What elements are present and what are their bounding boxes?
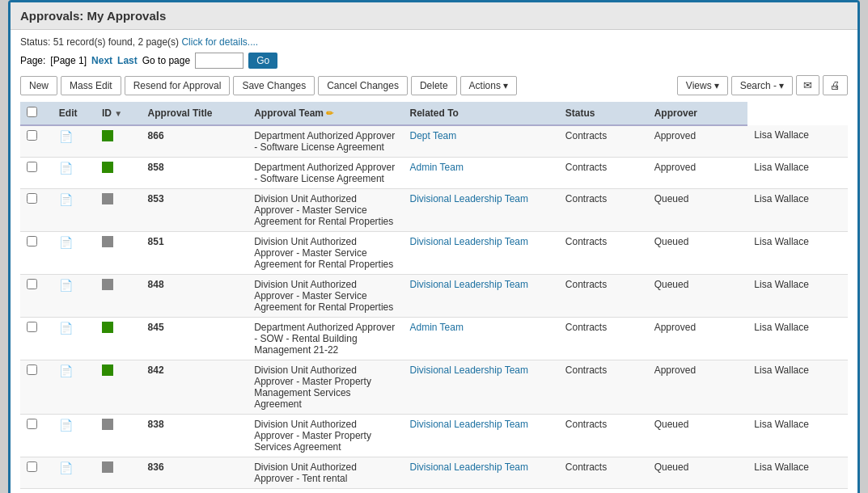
edit-icon[interactable]: 📄 (59, 322, 73, 335)
row-approver: Lisa Wallace (747, 275, 848, 318)
row-id: 845 (142, 318, 248, 360)
edit-icon[interactable]: 📄 (59, 461, 73, 474)
row-team: Admin Team (403, 158, 558, 189)
team-link[interactable]: Dept Team (409, 130, 456, 141)
click-for-details-link[interactable]: Click for details.... (181, 36, 258, 48)
row-checkbox[interactable] (27, 130, 37, 141)
row-title: Department Authorized Approver - Tent re… (248, 489, 403, 494)
row-related: Contracts (559, 189, 648, 232)
search-label: Search - (740, 80, 777, 91)
header-edit: Edit (53, 102, 95, 125)
print-icon-button[interactable]: 🖨 (823, 75, 848, 95)
last-page-link[interactable]: Last (117, 55, 138, 66)
row-checkbox[interactable] (27, 461, 37, 472)
row-checkbox[interactable] (27, 162, 37, 172)
title-bar: Approvals: My Approvals (11, 2, 857, 30)
header-related-to: Related To (403, 102, 558, 125)
approvals-table: Edit ID ▼ Approval Title Approval Team ✏… (20, 102, 848, 493)
current-page: [Page 1] (50, 55, 87, 66)
search-chevron-icon: ▾ (779, 80, 784, 91)
resend-button[interactable]: Resend for Approval (125, 76, 231, 95)
row-team: Dept Team (403, 125, 558, 158)
delete-button[interactable]: Delete (411, 76, 457, 95)
row-approver: Lisa Wallace (747, 415, 848, 457)
row-id: 851 (142, 232, 248, 275)
toolbar: New Mass Edit Resend for Approval Save C… (20, 75, 848, 95)
row-checkbox[interactable] (27, 279, 37, 289)
row-title: Division Unit Authorized Approver - Mast… (248, 415, 403, 457)
team-link[interactable]: Divisional Leadership Team (409, 193, 528, 204)
row-id: 866 (142, 125, 248, 158)
row-status: Approved (648, 489, 748, 494)
team-link[interactable]: Divisional Leadership Team (409, 236, 528, 247)
table-row: 📄842Division Unit Authorized Approver - … (20, 360, 848, 415)
row-checkbox[interactable] (27, 193, 37, 204)
team-link[interactable]: Divisional Leadership Team (409, 461, 528, 473)
search-dropdown[interactable]: Search - ▾ (731, 76, 793, 95)
window-title: Approvals: My Approvals (20, 9, 166, 23)
edit-icon[interactable]: 📄 (59, 279, 73, 292)
team-link[interactable]: Admin Team (409, 322, 463, 333)
row-related: Contracts (559, 125, 648, 158)
edit-icon[interactable]: 📄 (59, 130, 73, 143)
row-status: Approved (648, 125, 748, 158)
pagination-bar: Page: [Page 1] Next Last Go to page Go (20, 53, 848, 69)
row-team: Divisional Leadership Team (403, 232, 558, 275)
row-status: Approved (648, 158, 748, 189)
header-id[interactable]: ID ▼ (95, 102, 142, 125)
row-title: Division Unit Authorized Approver - Mast… (248, 360, 403, 415)
row-checkbox[interactable] (27, 322, 37, 332)
row-title: Division Unit Authorized Approver - Mast… (248, 275, 403, 318)
actions-dropdown[interactable]: Actions ▾ (460, 76, 517, 95)
edit-icon[interactable]: 📄 (59, 162, 73, 175)
cancel-changes-button[interactable]: Cancel Changes (318, 76, 408, 95)
row-team: Divisional Leadership Team (403, 275, 558, 318)
status-color-box (102, 193, 113, 204)
status-color-box (102, 162, 113, 173)
select-all-checkbox[interactable] (27, 107, 37, 117)
table-row: 📄851Division Unit Authorized Approver - … (20, 232, 848, 275)
row-status: Approved (648, 360, 748, 415)
mass-edit-button[interactable]: Mass Edit (61, 76, 121, 95)
edit-icon[interactable]: 📄 (59, 236, 73, 249)
row-team: Admin Team (403, 489, 558, 494)
row-related: Contracts (559, 318, 648, 360)
row-approver: Lisa Wallace (747, 125, 848, 158)
row-id: 834 (142, 489, 248, 494)
email-icon-button[interactable]: ✉ (796, 75, 819, 95)
go-button[interactable]: Go (248, 53, 277, 69)
row-checkbox[interactable] (27, 419, 37, 429)
goto-label: Go to page (142, 55, 190, 66)
header-approval-team: Approval Team ✏ (248, 102, 403, 125)
table-row: 📄848Division Unit Authorized Approver - … (20, 275, 848, 318)
table-row: 📄845Department Authorized Approver - SOW… (20, 318, 848, 360)
row-approver: Lisa Wallace (747, 318, 848, 360)
edit-icon[interactable]: 📄 (59, 419, 73, 432)
row-id: 853 (142, 189, 248, 232)
edit-icon[interactable]: 📄 (59, 193, 73, 206)
row-title: Division Unit Authorized Approver - Tent… (248, 457, 403, 489)
header-approver: Approver (648, 102, 748, 125)
new-button[interactable]: New (20, 76, 57, 95)
save-changes-button[interactable]: Save Changes (233, 76, 315, 95)
header-approval-title: Approval Title (142, 102, 248, 125)
row-checkbox[interactable] (27, 364, 37, 375)
edit-icon[interactable]: 📄 (59, 364, 73, 377)
team-link[interactable]: Divisional Leadership Team (409, 364, 528, 376)
team-link[interactable]: Divisional Leadership Team (409, 419, 528, 430)
row-id: 836 (142, 457, 248, 489)
table-header-row: Edit ID ▼ Approval Title Approval Team ✏… (20, 102, 848, 125)
row-checkbox[interactable] (27, 236, 37, 247)
team-edit-icon[interactable]: ✏ (326, 108, 333, 118)
goto-page-input[interactable] (195, 53, 243, 69)
table-row: 📄836Division Unit Authorized Approver - … (20, 457, 848, 489)
table-row: 📄853Division Unit Authorized Approver - … (20, 189, 848, 232)
status-color-box (102, 130, 113, 141)
status-color-box (102, 461, 113, 473)
views-dropdown[interactable]: Views ▾ (677, 76, 728, 95)
row-related: Contracts (559, 415, 648, 457)
row-status: Queued (648, 189, 748, 232)
next-page-link[interactable]: Next (91, 55, 112, 66)
team-link[interactable]: Divisional Leadership Team (409, 279, 528, 290)
team-link[interactable]: Admin Team (409, 162, 463, 173)
